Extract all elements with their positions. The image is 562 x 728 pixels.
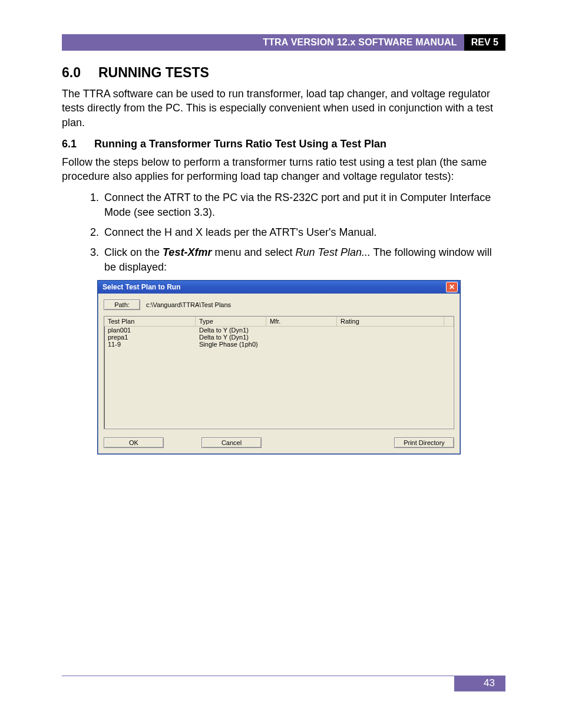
- cell-plan: plan001: [104, 327, 196, 334]
- path-button[interactable]: Path:: [104, 299, 140, 310]
- step-3-menu-name: Test-Xfmr: [163, 246, 211, 258]
- step-3-text-a: Click on the: [104, 246, 163, 258]
- dialog-title: Select Test Plan to Run: [103, 283, 180, 291]
- print-directory-button[interactable]: Print Directory: [394, 437, 454, 448]
- section-title: RUNNING TESTS: [98, 65, 209, 81]
- step-3-text-c: menu and select: [211, 246, 295, 258]
- subsection-intro: Follow the steps below to perform a tran…: [62, 155, 505, 184]
- cell-plan: prepa1: [104, 334, 196, 341]
- select-test-plan-dialog: Select Test Plan to Run ✕ Path: c:\Vangu…: [97, 280, 461, 454]
- col-header-type[interactable]: Type: [196, 317, 266, 327]
- col-header-mfr[interactable]: Mfr.: [266, 317, 337, 327]
- page-footer: 43: [62, 676, 505, 691]
- cell-plan: 11-9: [104, 341, 196, 348]
- cell-type: Delta to Y (Dyn1): [196, 334, 266, 341]
- dialog-titlebar[interactable]: Select Test Plan to Run ✕: [98, 281, 460, 294]
- test-plan-list[interactable]: Test Plan Type Mfr. Rating plan001 Delta…: [104, 316, 454, 429]
- step-2: Connect the H and X leads per the ATRT's…: [102, 225, 505, 239]
- section-number: 6.0: [62, 65, 81, 81]
- col-header-scroll: [444, 317, 454, 327]
- step-list: Connect the ATRT to the PC via the RS-23…: [62, 190, 505, 274]
- list-item[interactable]: 11-9 Single Phase (1ph0): [104, 341, 454, 348]
- page-number: 43: [454, 676, 505, 691]
- close-icon[interactable]: ✕: [446, 282, 458, 292]
- cell-mfr: [266, 334, 337, 341]
- cell-type: Single Phase (1ph0): [196, 341, 266, 348]
- col-header-test-plan[interactable]: Test Plan: [104, 317, 196, 327]
- list-item[interactable]: prepa1 Delta to Y (Dyn1): [104, 334, 454, 341]
- cancel-button[interactable]: Cancel: [201, 437, 262, 448]
- path-value: c:\Vanguard\TTRA\Test Plans: [146, 301, 231, 308]
- list-header: Test Plan Type Mfr. Rating: [104, 317, 454, 327]
- page-header: TTRA VERSION 12.x SOFTWARE MANUAL REV 5: [62, 34, 505, 51]
- step-3-menu-item: Run Test Plan...: [296, 246, 371, 258]
- subsection-title: Running a Transformer Turns Ratio Test U…: [94, 138, 386, 150]
- step-1: Connect the ATRT to the PC via the RS-23…: [102, 190, 505, 219]
- cell-mfr: [266, 341, 337, 348]
- subsection-number: 6.1: [62, 138, 77, 150]
- header-rev: REV 5: [464, 34, 505, 51]
- col-header-rating[interactable]: Rating: [337, 317, 444, 327]
- ok-button[interactable]: OK: [104, 437, 164, 448]
- list-item[interactable]: plan001 Delta to Y (Dyn1): [104, 327, 454, 334]
- cell-rating: [337, 341, 454, 348]
- header-title: TTRA VERSION 12.x SOFTWARE MANUAL: [62, 34, 464, 51]
- cell-rating: [337, 334, 454, 341]
- step-3: Click on the Test-Xfmr menu and select R…: [102, 245, 505, 274]
- section-heading: 6.0 RUNNING TESTS: [62, 65, 505, 81]
- subsection-heading: 6.1 Running a Transformer Turns Ratio Te…: [62, 138, 505, 150]
- cell-rating: [337, 327, 454, 334]
- section-intro: The TTRA software can be used to run tra…: [62, 87, 505, 130]
- cell-type: Delta to Y (Dyn1): [196, 327, 266, 334]
- cell-mfr: [266, 327, 337, 334]
